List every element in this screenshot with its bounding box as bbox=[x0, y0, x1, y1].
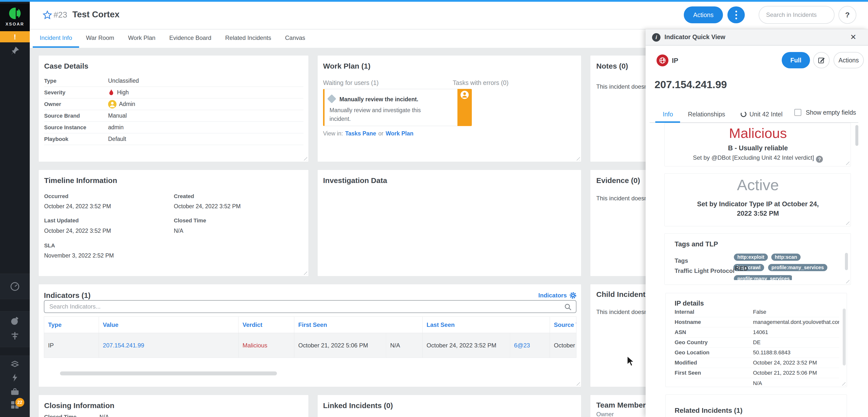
indicators-manage[interactable]: Indicators bbox=[538, 292, 577, 299]
indicator-quick-view-panel: i Indicator Quick View ✕ IP Full Actions… bbox=[646, 29, 868, 417]
tag-pill[interactable]: http:scan bbox=[771, 253, 801, 261]
task-card[interactable]: Manually review the incident. Manually r… bbox=[323, 89, 472, 126]
tab-info[interactable]: Info bbox=[655, 106, 681, 122]
mouse-cursor bbox=[626, 356, 636, 368]
show-empty-fields-label: Show empty fields bbox=[806, 109, 856, 116]
help-button[interactable]: ? bbox=[838, 6, 856, 24]
ip-details-card: IP details InternalFalse Hostnamemanagem… bbox=[665, 293, 847, 387]
verdict-set-by: Set by @DBot [Excluding Unit 42 Intel ve… bbox=[665, 154, 851, 163]
panel-scrollbar[interactable] bbox=[855, 125, 858, 146]
tab-evidence-board[interactable]: Evidence Board bbox=[162, 30, 218, 48]
work-plan-link[interactable]: Work Plan bbox=[385, 130, 413, 137]
verdict-reliability: B - Usually reliable bbox=[665, 144, 851, 152]
indicator-value: 207.154.241.99 bbox=[654, 79, 727, 91]
col-source-timestamp[interactable]: Source TimeStamp bbox=[550, 317, 576, 333]
work-plan-card: Work Plan (1) Waiting for users (1) Task… bbox=[317, 55, 581, 162]
indicators-card: Indicators (1) Indicators Search Indicat… bbox=[38, 284, 581, 387]
indicators-table-header: Type Value Verdict First Seen Last Seen … bbox=[44, 317, 576, 333]
actions-button[interactable]: Actions bbox=[684, 6, 723, 23]
indicators-search-input[interactable]: Search Indicators... bbox=[44, 300, 577, 313]
playbooks-icon[interactable] bbox=[9, 358, 20, 369]
tab-incident-info[interactable]: Incident Info bbox=[33, 30, 79, 48]
field-severity: Severity High bbox=[44, 87, 304, 99]
waiting-for-users[interactable]: Waiting for users (1) bbox=[323, 79, 379, 86]
threat-intel-icon[interactable] bbox=[9, 330, 20, 341]
severity-high-icon bbox=[108, 89, 115, 96]
unit42-icon bbox=[740, 111, 747, 117]
card-title: Indicators (1) bbox=[44, 291, 91, 300]
indicator-type-label: IP bbox=[672, 57, 678, 65]
star-icon[interactable] bbox=[43, 10, 52, 21]
indicators-search-placeholder: Search Indicators... bbox=[49, 303, 101, 310]
verdict-card: Malicious B - Usually reliable Set by @D… bbox=[664, 123, 851, 166]
status-card: Active Set by Indicator Type IP at Octob… bbox=[664, 173, 851, 226]
related-count-link[interactable]: 6@23 bbox=[510, 333, 550, 357]
card-title: Notes (0) bbox=[596, 62, 628, 70]
tab-related-incidents[interactable]: Related Incidents bbox=[218, 30, 278, 48]
tasks-with-errors[interactable]: Tasks with errors (0) bbox=[453, 79, 508, 86]
status-value: Active bbox=[665, 176, 851, 194]
field-playbook: Playbook Default bbox=[44, 134, 304, 145]
tags-label: Tags bbox=[675, 257, 688, 264]
incident-header: #23 Test Cortex Actions Search in Incide… bbox=[30, 2, 868, 29]
show-empty-fields-checkbox[interactable] bbox=[794, 109, 801, 116]
tags-row: http:exploit http:scan bbox=[734, 253, 801, 261]
task-title: Manually review the incident. bbox=[339, 96, 418, 103]
tags-tlp-card: Tags and TLP Tags http:exploit http:scan… bbox=[664, 233, 851, 285]
question-icon[interactable]: ? bbox=[816, 156, 823, 163]
search-input[interactable]: Search in Incidents bbox=[759, 6, 835, 24]
sidebar-item-incidents[interactable]: ! bbox=[0, 31, 30, 42]
tag-pill[interactable]: http:exploit bbox=[734, 253, 768, 261]
search-placeholder: Search in Incidents bbox=[766, 11, 817, 18]
tag-pill[interactable]: profile:many_services bbox=[768, 264, 827, 271]
xsoar-logo[interactable]: XSOAR bbox=[0, 3, 30, 31]
ip-details-scrollbar[interactable] bbox=[843, 309, 846, 366]
tab-war-room[interactable]: War Room bbox=[79, 30, 121, 48]
edit-icon bbox=[818, 57, 825, 64]
col-verdict[interactable]: Verdict bbox=[239, 317, 294, 333]
tags-scrollbar[interactable] bbox=[845, 253, 848, 270]
tag-pill-clipped: profile:many_services bbox=[734, 275, 792, 280]
field-type: Type Unclassified bbox=[44, 75, 304, 87]
timeline-card: Timeline Information Occurred October 24… bbox=[38, 170, 309, 276]
dashboard-icon[interactable] bbox=[9, 281, 20, 292]
tab-canvas[interactable]: Canvas bbox=[278, 30, 312, 48]
card-title: Tags and TLP bbox=[675, 240, 718, 248]
more-options-button[interactable] bbox=[727, 6, 745, 23]
assignee-icon bbox=[460, 91, 469, 99]
edit-button[interactable] bbox=[813, 52, 830, 68]
col-first-seen[interactable]: First Seen bbox=[294, 317, 423, 333]
pin-icon[interactable] bbox=[9, 45, 20, 56]
panel-actions-button[interactable]: Actions bbox=[834, 52, 864, 68]
automation-icon[interactable] bbox=[9, 372, 20, 383]
panel-header: i Indicator Quick View ✕ bbox=[646, 29, 868, 45]
horizontal-scrollbar[interactable] bbox=[60, 372, 277, 375]
incidents-icon[interactable] bbox=[9, 315, 20, 326]
linked-incidents-card: Linked Incidents (0) This incident isn't… bbox=[317, 395, 581, 417]
related-incidents-card: Related Incidents (1) bbox=[665, 394, 847, 417]
close-icon[interactable]: ✕ bbox=[850, 33, 856, 41]
col-type[interactable]: Type bbox=[44, 317, 99, 333]
incident-id: #23 bbox=[54, 10, 67, 20]
card-title: Work Plan (1) bbox=[323, 62, 370, 70]
tab-work-plan[interactable]: Work Plan bbox=[121, 30, 162, 48]
card-title: IP details bbox=[675, 300, 704, 307]
indicator-value-link[interactable]: 207.154.241.99 bbox=[99, 333, 239, 357]
tasks-pane-link[interactable]: Tasks Pane bbox=[345, 130, 376, 137]
gear-icon[interactable] bbox=[569, 292, 577, 299]
jobs-icon[interactable] bbox=[9, 387, 20, 397]
tab-unit42-intel[interactable]: Unit 42 Intel bbox=[733, 106, 790, 122]
card-title: Related Incidents (1) bbox=[675, 407, 743, 415]
closing-information-card: Closing Information Closed Time N/A bbox=[38, 395, 309, 417]
col-value[interactable]: Value bbox=[99, 317, 239, 333]
brand-label: XSOAR bbox=[0, 22, 30, 27]
indicator-row[interactable]: IP 207.154.241.99 Malicious October 21, … bbox=[44, 333, 576, 358]
full-button[interactable]: Full bbox=[782, 52, 810, 68]
tab-relationships[interactable]: Relationships bbox=[681, 106, 733, 122]
tlp-value: RED bbox=[735, 265, 748, 272]
col-last-seen[interactable]: Last Seen bbox=[423, 317, 550, 333]
indicators-table: Type Value Verdict First Seen Last Seen … bbox=[44, 316, 577, 358]
task-assignee-strip bbox=[458, 89, 472, 126]
panel-tabs: Info Relationships Unit 42 Intel bbox=[655, 106, 790, 122]
status-set-by: Set by Indicator Type IP at October 24, … bbox=[693, 199, 823, 218]
